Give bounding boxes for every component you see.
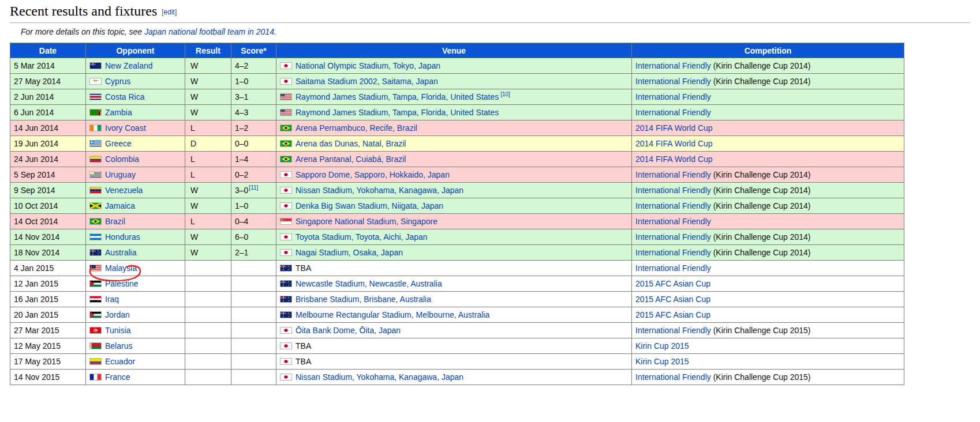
opponent-link[interactable]: Ivory Coast [105,123,146,133]
score-value: 0–4 [235,217,248,226]
competition-link[interactable]: Kirin Cup 2015 [635,341,689,351]
competition-link[interactable]: International Friendly [635,263,711,273]
brazil-flag [280,156,292,163]
venue-cell: Melbourne Rectangular Stadium, Melbourne… [276,307,632,323]
competition-link[interactable]: International Friendly [635,326,711,335]
opponent-link[interactable]: Cyprus [105,77,130,86]
opponent-link[interactable]: France [105,372,130,382]
competition-extra: (Kirin Challenge Cup 2014) [711,61,811,70]
competition-cell: International Friendly (Kirin Challenge … [632,183,904,198]
opponent-link[interactable]: Greece [105,139,132,148]
iraq-flag [89,296,102,303]
opponent-link[interactable]: Jordan [105,310,130,319]
costa-rica-flag [89,93,102,100]
competition-link[interactable]: 2015 AFC Asian Cup [635,310,710,319]
opponent-link[interactable]: Venezuela [105,186,143,195]
opponent-link[interactable]: Malaysia [105,263,137,273]
competition-link[interactable]: International Friendly [635,217,711,226]
competition-link[interactable]: International Friendly [635,108,711,117]
venue-link[interactable]: Singapore National Stadium, Singapore [296,217,437,226]
date-cell: 27 May 2014 [10,74,86,89]
table-row: 24 Jun 2014ColombiaL1–4Arena Pantanal, C… [10,152,904,167]
venue-link[interactable]: Arena das Dunas, Natal, Brazil [296,139,406,148]
colombia-flag [89,156,102,163]
opponent-link[interactable]: Zambia [105,108,132,117]
opponent-link[interactable]: Honduras [105,232,140,242]
competition-link[interactable]: 2014 FIFA World Cup [635,155,713,164]
competition-link[interactable]: 2015 AFC Asian Cup [635,279,710,288]
opponent-cell: Palestine [86,276,185,292]
score-cell: 0–4 [231,214,276,229]
opponent-link[interactable]: Palestine [105,279,139,288]
score-cell [231,338,276,354]
opponent-link[interactable]: Jamaica [105,201,135,210]
competition-link[interactable]: 2014 FIFA World Cup [635,123,713,133]
venue-link[interactable]: Brisbane Stadium, Brisbane, Australia [296,295,431,304]
column-header-competition: Competition [632,43,904,58]
opponent-link[interactable]: Australia [105,248,136,257]
japan-flag [280,327,292,334]
opponent-link[interactable]: Brazil [105,217,125,226]
result-cell: D [185,136,231,152]
competition-link[interactable]: International Friendly [635,248,711,257]
venue-link[interactable]: Raymond James Stadium, Tampa, Florida, U… [296,108,499,117]
opponent-cell: Malaysia [86,261,185,276]
competition-link[interactable]: Kirin Cup 2015 [635,357,689,366]
edit-link[interactable]: edit [164,8,175,16]
reference-link[interactable]: [11] [249,184,258,191]
opponent-link[interactable]: Ecuador [105,357,135,366]
table-row: 12 May 2015BelarusTBAKirin Cup 2015 [10,338,904,354]
venue-cell: Nagai Stadium, Osaka, Japan [276,245,632,261]
venue-link[interactable]: Toyota Stadium, Toyota, Aichi, Japan [296,232,428,242]
venue-link[interactable]: National Olympic Stadium, Tokyo, Japan [296,61,440,70]
date-cell: 20 Jan 2015 [10,307,86,323]
venue-link[interactable]: Arena Pernambuco, Recife, Brazil [296,123,417,133]
australia-flag [280,265,292,272]
competition-link[interactable]: International Friendly [635,186,711,195]
venue-link[interactable]: Sapporo Dome, Sapporo, Hokkaido, Japan [296,170,450,179]
venue-link[interactable]: Nissan Stadium, Yokohama, Kanagawa, Japa… [296,372,463,382]
score-cell: 0–2 [231,167,276,183]
score-cell: 3–0[11] [231,183,276,198]
venue-link[interactable]: Nagai Stadium, Osaka, Japan [296,248,403,257]
competition-link[interactable]: International Friendly [635,92,711,101]
opponent-link[interactable]: Tunisia [105,326,131,335]
venue-link[interactable]: Denka Big Swan Stadium, Niigata, Japan [296,201,443,210]
opponent-cell: Jamaica [86,198,185,214]
japan-flag [280,187,292,194]
united-states-flag [280,93,292,100]
venue-link[interactable]: Raymond James Stadium, Tampa, Florida, U… [296,92,499,101]
hatnote-link[interactable]: Japan national football team in 2014 [144,27,274,36]
opponent-cell: Ecuador [86,354,185,370]
competition-link[interactable]: International Friendly [635,232,711,242]
opponent-cell: Australia [86,245,185,261]
venezuela-flag [89,187,102,194]
venue-link[interactable]: Arena Pantanal, Cuiabá, Brazil [296,155,406,164]
score-cell: 0–0 [231,136,276,152]
opponent-link[interactable]: Colombia [105,155,139,164]
venue-link[interactable]: Ōita Bank Dome, Ōita, Japan [296,326,401,335]
opponent-link[interactable]: Uruguay [105,170,136,179]
competition-extra: (Kirin Challenge Cup 2015) [711,326,811,335]
uruguay-flag [89,171,102,178]
table-row: 5 Sep 2014UruguayL0–2Sapporo Dome, Sappo… [10,167,904,183]
opponent-link[interactable]: Iraq [105,295,119,304]
reference-link[interactable]: [10] [500,91,510,97]
competition-link[interactable]: International Friendly [635,77,711,86]
competition-link[interactable]: International Friendly [635,61,711,70]
hatnote-text: For more details on this topic, see [21,27,144,36]
venue-link[interactable]: Saitama Stadium 2002, Saitama, Japan [296,77,438,86]
venue-link[interactable]: Melbourne Rectangular Stadium, Melbourne… [296,310,489,319]
competition-link[interactable]: International Friendly [635,372,711,382]
score-value: 3–0 [235,186,248,195]
venue-link[interactable]: Newcastle Stadium, Newcastle, Australia [296,279,442,288]
date-cell: 24 Jun 2014 [10,152,86,167]
venue-link[interactable]: Nissan Stadium, Yokohama, Kanagawa, Japa… [296,186,463,195]
competition-link[interactable]: International Friendly [635,170,711,179]
competition-link[interactable]: International Friendly [635,201,711,210]
competition-link[interactable]: 2015 AFC Asian Cup [635,295,710,304]
opponent-link[interactable]: New Zealand [105,61,153,70]
opponent-link[interactable]: Belarus [105,341,132,351]
opponent-link[interactable]: Costa Rica [105,92,144,101]
competition-link[interactable]: 2014 FIFA World Cup [635,139,713,148]
